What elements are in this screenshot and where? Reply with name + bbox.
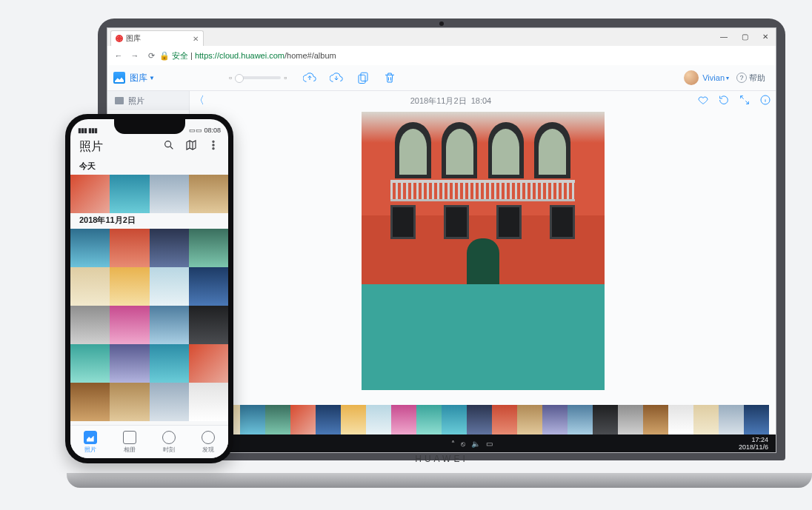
download-icon[interactable] bbox=[330, 71, 343, 84]
thumb[interactable] bbox=[70, 229, 110, 267]
gallery-title[interactable]: 图库 bbox=[130, 72, 147, 84]
phone-notch bbox=[114, 119, 185, 134]
nav-discover[interactable]: 发现 bbox=[189, 426, 228, 458]
secure-lock-icon: 🔒 bbox=[159, 51, 170, 61]
discover-nav-icon bbox=[202, 431, 215, 444]
thumb[interactable] bbox=[110, 267, 149, 306]
status-time: ▭▭ 08:08 bbox=[189, 127, 221, 134]
main-photo[interactable] bbox=[362, 112, 605, 390]
avatar-icon bbox=[684, 70, 699, 85]
window-close-button[interactable]: ✕ bbox=[755, 28, 776, 46]
viewer-date: 2018年11月2日 18:04 bbox=[410, 95, 491, 107]
delete-icon[interactable] bbox=[383, 71, 396, 84]
thumb[interactable] bbox=[70, 344, 110, 383]
sidebar-label: 照片 bbox=[128, 95, 144, 107]
tab-close-icon[interactable]: ✕ bbox=[193, 35, 199, 43]
secure-label: 安全 bbox=[172, 50, 188, 61]
thumb[interactable] bbox=[189, 175, 228, 213]
window-maximize-button[interactable]: ▢ bbox=[734, 28, 755, 46]
window-controls: — ▢ ✕ bbox=[713, 28, 776, 46]
nav-albums[interactable]: 相册 bbox=[110, 426, 149, 458]
albums-nav-icon bbox=[123, 431, 136, 444]
sidebar-item-photos[interactable]: 照片 bbox=[107, 91, 189, 110]
thumb[interactable] bbox=[150, 229, 189, 267]
upload-icon[interactable] bbox=[303, 71, 316, 84]
copy-icon[interactable] bbox=[356, 71, 370, 84]
fullscreen-icon[interactable] bbox=[739, 94, 751, 107]
phone-device: ▮▮▮ ▮▮▮ ▭▭ 08:08 照片 今天 2018年11月2日 照片 相册 bbox=[65, 114, 233, 463]
info-icon[interactable] bbox=[759, 94, 771, 107]
toolbar-actions bbox=[303, 71, 396, 84]
system-tray[interactable]: ˄ ⎋ 🔈 ▭ bbox=[451, 440, 493, 448]
thumb[interactable] bbox=[70, 306, 110, 344]
thumb[interactable] bbox=[110, 383, 149, 421]
taskbar-clock[interactable]: 17:24 2018/11/6 bbox=[739, 436, 768, 451]
thumb[interactable] bbox=[189, 306, 228, 344]
photos-nav-icon bbox=[84, 431, 97, 444]
nav-back-icon[interactable]: ← bbox=[110, 51, 127, 60]
user-caret-icon: ▾ bbox=[726, 75, 729, 81]
thumb[interactable] bbox=[189, 229, 228, 267]
nav-reload-icon[interactable]: ⟳ bbox=[143, 51, 159, 61]
tray-chevron-icon[interactable]: ˄ bbox=[451, 440, 455, 448]
svg-rect-1 bbox=[359, 75, 365, 83]
user-name: Vivian bbox=[702, 73, 725, 82]
map-icon[interactable] bbox=[185, 139, 197, 154]
section-date: 2018年11月2日 bbox=[70, 213, 228, 229]
thumb[interactable] bbox=[70, 383, 110, 421]
tab-title: 图库 bbox=[126, 33, 141, 44]
browser-tab[interactable]: 图库 ✕ bbox=[110, 30, 204, 46]
grid-date bbox=[70, 229, 228, 421]
phone-header: 照片 bbox=[70, 134, 228, 159]
user-menu[interactable]: Vivian ▾ 帮助 bbox=[684, 70, 765, 85]
thumb[interactable] bbox=[110, 306, 149, 344]
slider-track[interactable] bbox=[235, 76, 281, 79]
nav-forward-icon[interactable]: → bbox=[127, 51, 143, 60]
thumb[interactable] bbox=[150, 383, 189, 421]
huawei-favicon-icon bbox=[116, 35, 123, 42]
thumb[interactable] bbox=[189, 267, 228, 306]
nav-moments[interactable]: 时刻 bbox=[150, 426, 189, 458]
rotate-icon[interactable] bbox=[718, 94, 730, 107]
thumb[interactable] bbox=[70, 175, 110, 213]
svg-point-15 bbox=[213, 148, 214, 150]
phone-title: 照片 bbox=[79, 139, 103, 155]
svg-point-12 bbox=[165, 141, 171, 147]
nav-photos[interactable]: 照片 bbox=[70, 426, 110, 458]
svg-point-13 bbox=[213, 141, 214, 142]
browser-tabstrip: 图库 ✕ — ▢ ✕ bbox=[107, 28, 776, 47]
svg-point-14 bbox=[213, 144, 214, 146]
tray-wifi-icon[interactable]: ⎋ bbox=[461, 440, 465, 448]
phone-navbar: 照片 相册 时刻 发现 bbox=[70, 425, 228, 458]
thumb[interactable] bbox=[189, 383, 228, 421]
thumb[interactable] bbox=[150, 267, 189, 306]
section-today: 今天 bbox=[70, 159, 228, 175]
laptop-brand: HUAWEI bbox=[415, 454, 468, 464]
thumbnail-strip[interactable] bbox=[190, 405, 776, 434]
thumb[interactable] bbox=[70, 267, 110, 306]
window-minimize-button[interactable]: — bbox=[713, 28, 734, 46]
phone-screen: ▮▮▮ ▮▮▮ ▭▭ 08:08 照片 今天 2018年11月2日 照片 相册 bbox=[70, 119, 228, 458]
url-text[interactable]: | https://cloud.huawei.com/home#/album bbox=[190, 51, 336, 60]
signal-icon: ▮▮▮ ▮▮▮ bbox=[78, 127, 97, 134]
gallery-icon bbox=[113, 72, 125, 84]
thumbnail-size-slider[interactable]: ▫ ▫ bbox=[229, 73, 287, 83]
thumb[interactable] bbox=[110, 175, 149, 213]
tray-volume-icon[interactable]: 🔈 bbox=[471, 440, 480, 448]
thumb[interactable] bbox=[150, 344, 189, 383]
thumb[interactable] bbox=[150, 306, 189, 344]
search-icon[interactable] bbox=[163, 139, 175, 154]
thumb[interactable] bbox=[110, 229, 149, 267]
photo-viewer: 〈 2018年11月2日 18:04 bbox=[190, 91, 776, 434]
viewer-back-icon[interactable]: 〈 bbox=[194, 94, 204, 107]
tray-battery-icon[interactable]: ▭ bbox=[486, 440, 493, 448]
photo-building bbox=[362, 112, 605, 284]
more-icon[interactable] bbox=[207, 139, 219, 154]
gallery-caret-icon[interactable]: ▼ bbox=[149, 75, 155, 81]
thumb[interactable] bbox=[150, 175, 189, 213]
thumb[interactable] bbox=[189, 344, 228, 383]
photos-pre-icon bbox=[115, 97, 124, 104]
favorite-icon[interactable] bbox=[697, 94, 709, 107]
thumb[interactable] bbox=[110, 344, 149, 383]
help-link[interactable]: 帮助 bbox=[736, 73, 765, 84]
